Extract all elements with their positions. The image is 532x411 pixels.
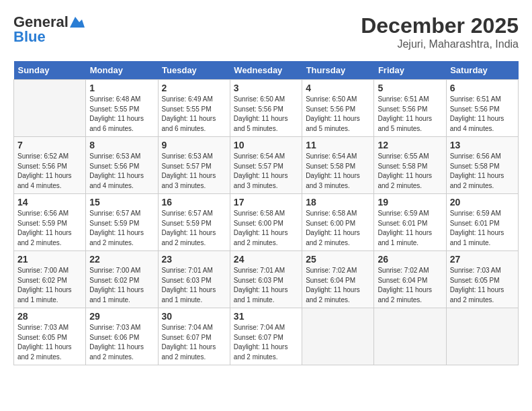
days-of-week-header: SundayMondayTuesdayWednesdayThursdayFrid…: [14, 61, 519, 80]
day-cell: 30Sunrise: 7:04 AMSunset: 6:07 PMDayligh…: [158, 308, 230, 365]
day-cell: 28Sunrise: 7:03 AMSunset: 6:05 PMDayligh…: [14, 308, 86, 365]
day-cell: 25Sunrise: 7:02 AMSunset: 6:04 PMDayligh…: [302, 251, 374, 308]
day-number: 31: [234, 311, 298, 322]
day-cell: 10Sunrise: 6:54 AMSunset: 5:57 PMDayligh…: [230, 137, 302, 194]
day-cell: 7Sunrise: 6:52 AMSunset: 5:56 PMDaylight…: [14, 137, 86, 194]
day-cell: 4Sunrise: 6:50 AMSunset: 5:56 PMDaylight…: [302, 80, 374, 137]
day-cell: 5Sunrise: 6:51 AMSunset: 5:56 PMDaylight…: [374, 80, 446, 137]
day-cell: 24Sunrise: 7:01 AMSunset: 6:03 PMDayligh…: [230, 251, 302, 308]
day-cell: 23Sunrise: 7:01 AMSunset: 6:03 PMDayligh…: [158, 251, 230, 308]
day-info: Sunrise: 6:56 AMSunset: 5:59 PMDaylight:…: [17, 209, 82, 248]
day-number: 20: [450, 197, 515, 208]
day-number: 21: [17, 254, 82, 265]
day-info: Sunrise: 7:03 AMSunset: 6:06 PMDaylight:…: [89, 323, 154, 362]
day-info: Sunrise: 7:03 AMSunset: 6:05 PMDaylight:…: [450, 266, 515, 305]
day-number: 12: [378, 140, 442, 150]
day-number: 14: [17, 197, 82, 208]
day-cell: 20Sunrise: 6:59 AMSunset: 6:01 PMDayligh…: [446, 194, 518, 251]
week-row-3: 14Sunrise: 6:56 AMSunset: 5:59 PMDayligh…: [14, 194, 519, 251]
dow-friday: Friday: [374, 61, 446, 80]
day-number: 4: [306, 83, 370, 93]
day-info: Sunrise: 6:51 AMSunset: 5:56 PMDaylight:…: [378, 95, 442, 134]
logo-blue: Blue: [13, 28, 46, 46]
day-cell: 14Sunrise: 6:56 AMSunset: 5:59 PMDayligh…: [14, 194, 86, 251]
day-info: Sunrise: 6:54 AMSunset: 5:58 PMDaylight:…: [306, 152, 370, 191]
logo: General Blue: [13, 13, 85, 46]
day-number: 1: [89, 83, 154, 93]
day-cell: 18Sunrise: 6:58 AMSunset: 6:00 PMDayligh…: [302, 194, 374, 251]
day-info: Sunrise: 6:57 AMSunset: 5:59 PMDaylight:…: [89, 209, 154, 248]
day-cell: 17Sunrise: 6:58 AMSunset: 6:00 PMDayligh…: [230, 194, 302, 251]
day-info: Sunrise: 6:57 AMSunset: 5:59 PMDaylight:…: [162, 209, 226, 248]
day-number: 16: [162, 197, 226, 208]
day-cell: [374, 308, 446, 365]
dow-saturday: Saturday: [446, 61, 518, 80]
day-info: Sunrise: 6:53 AMSunset: 5:56 PMDaylight:…: [89, 152, 154, 191]
calendar-table: SundayMondayTuesdayWednesdayThursdayFrid…: [13, 61, 519, 365]
day-cell: [14, 80, 86, 137]
week-row-4: 21Sunrise: 7:00 AMSunset: 6:02 PMDayligh…: [14, 251, 519, 308]
day-number: 8: [89, 140, 154, 150]
day-cell: 12Sunrise: 6:55 AMSunset: 5:58 PMDayligh…: [374, 137, 446, 194]
day-number: 24: [234, 254, 298, 265]
day-number: 22: [89, 254, 154, 265]
day-cell: 21Sunrise: 7:00 AMSunset: 6:02 PMDayligh…: [14, 251, 86, 308]
week-row-1: 1Sunrise: 6:48 AMSunset: 5:55 PMDaylight…: [14, 80, 519, 137]
day-info: Sunrise: 6:53 AMSunset: 5:57 PMDaylight:…: [162, 152, 226, 191]
day-cell: 11Sunrise: 6:54 AMSunset: 5:58 PMDayligh…: [302, 137, 374, 194]
day-number: 30: [162, 311, 226, 322]
month-year: December 2025: [361, 13, 519, 38]
day-number: 27: [450, 254, 515, 265]
dow-sunday: Sunday: [14, 61, 86, 80]
day-number: 29: [89, 311, 154, 322]
day-number: 13: [450, 140, 515, 150]
svg-marker-0: [70, 17, 85, 28]
day-cell: 6Sunrise: 6:51 AMSunset: 5:56 PMDaylight…: [446, 80, 518, 137]
day-cell: 31Sunrise: 7:04 AMSunset: 6:07 PMDayligh…: [230, 308, 302, 365]
day-info: Sunrise: 7:01 AMSunset: 6:03 PMDaylight:…: [162, 266, 226, 305]
day-number: 3: [234, 83, 298, 93]
day-number: 25: [306, 254, 370, 265]
dow-wednesday: Wednesday: [230, 61, 302, 80]
day-info: Sunrise: 7:02 AMSunset: 6:04 PMDaylight:…: [378, 266, 442, 305]
day-info: Sunrise: 6:58 AMSunset: 6:00 PMDaylight:…: [306, 209, 370, 248]
day-info: Sunrise: 6:59 AMSunset: 6:01 PMDaylight:…: [450, 209, 515, 248]
day-info: Sunrise: 6:54 AMSunset: 5:57 PMDaylight:…: [234, 152, 298, 191]
day-info: Sunrise: 6:52 AMSunset: 5:56 PMDaylight:…: [17, 152, 82, 191]
day-number: 10: [234, 140, 298, 150]
day-cell: 26Sunrise: 7:02 AMSunset: 6:04 PMDayligh…: [374, 251, 446, 308]
day-number: 6: [450, 83, 515, 93]
day-cell: 22Sunrise: 7:00 AMSunset: 6:02 PMDayligh…: [86, 251, 158, 308]
day-number: 2: [162, 83, 226, 93]
day-cell: [302, 308, 374, 365]
day-number: 17: [234, 197, 298, 208]
day-cell: 27Sunrise: 7:03 AMSunset: 6:05 PMDayligh…: [446, 251, 518, 308]
location: Jejuri, Maharashtra, India: [361, 38, 519, 50]
day-cell: [446, 308, 518, 365]
week-row-5: 28Sunrise: 7:03 AMSunset: 6:05 PMDayligh…: [14, 308, 519, 365]
day-info: Sunrise: 7:02 AMSunset: 6:04 PMDaylight:…: [306, 266, 370, 305]
day-number: 5: [378, 83, 442, 93]
week-row-2: 7Sunrise: 6:52 AMSunset: 5:56 PMDaylight…: [14, 137, 519, 194]
day-info: Sunrise: 6:59 AMSunset: 6:01 PMDaylight:…: [378, 209, 442, 248]
day-cell: 19Sunrise: 6:59 AMSunset: 6:01 PMDayligh…: [374, 194, 446, 251]
day-cell: 3Sunrise: 6:50 AMSunset: 5:56 PMDaylight…: [230, 80, 302, 137]
dow-tuesday: Tuesday: [158, 61, 230, 80]
day-number: 9: [162, 140, 226, 150]
day-info: Sunrise: 6:49 AMSunset: 5:55 PMDaylight:…: [162, 95, 226, 134]
page-header: General Blue December 2025 Jejuri, Mahar…: [13, 13, 519, 50]
day-info: Sunrise: 7:03 AMSunset: 6:05 PMDaylight:…: [17, 323, 82, 362]
day-info: Sunrise: 7:01 AMSunset: 6:03 PMDaylight:…: [234, 266, 298, 305]
day-cell: 1Sunrise: 6:48 AMSunset: 5:55 PMDaylight…: [86, 80, 158, 137]
day-info: Sunrise: 6:58 AMSunset: 6:00 PMDaylight:…: [234, 209, 298, 248]
day-info: Sunrise: 7:00 AMSunset: 6:02 PMDaylight:…: [89, 266, 154, 305]
day-cell: 8Sunrise: 6:53 AMSunset: 5:56 PMDaylight…: [86, 137, 158, 194]
logo-icon: [70, 17, 85, 28]
day-info: Sunrise: 6:56 AMSunset: 5:58 PMDaylight:…: [450, 152, 515, 191]
day-cell: 16Sunrise: 6:57 AMSunset: 5:59 PMDayligh…: [158, 194, 230, 251]
day-number: 18: [306, 197, 370, 208]
title-block: December 2025 Jejuri, Maharashtra, India: [361, 13, 519, 50]
day-cell: 29Sunrise: 7:03 AMSunset: 6:06 PMDayligh…: [86, 308, 158, 365]
day-number: 19: [378, 197, 442, 208]
dow-thursday: Thursday: [302, 61, 374, 80]
